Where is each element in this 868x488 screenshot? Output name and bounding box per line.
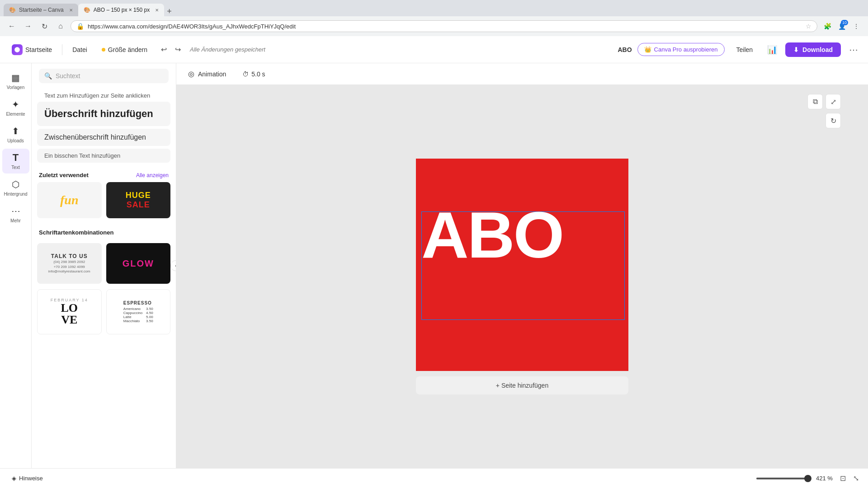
font-combo-row2: FEBRUARY 14 LO VE ESPRESSO Americano3.50… <box>32 284 176 334</box>
design-canvas[interactable]: ABO <box>416 159 628 371</box>
animation-label: Animation <box>198 70 226 78</box>
see-all-link[interactable]: Alle anzeigen <box>136 172 169 178</box>
download-icon: ⬇ <box>793 46 799 53</box>
tool-vorlagen[interactable]: ▦ Vorlagen <box>2 69 29 94</box>
body-text-label: Ein bisschen Text hinzufügen <box>44 152 120 159</box>
zoom-fit-button[interactable]: ⊡ <box>838 472 848 484</box>
canvas-viewport[interactable]: ⧉ ⤢ ↻ ABO <box>176 85 868 468</box>
tool-mehr-label: Mehr <box>10 218 21 223</box>
add-text-title: Text zum Hinzufügen zur Seite anklicken <box>37 89 170 102</box>
tool-text[interactable]: T Text <box>2 149 29 174</box>
font-combo-glow[interactable]: GLOW <box>106 243 171 284</box>
tool-elemente[interactable]: ✦ Elemente <box>2 95 29 120</box>
analytics-button[interactable]: 📊 <box>764 42 780 57</box>
fit-icon: ⊡ <box>840 474 846 482</box>
tool-text-label: Text <box>11 165 19 170</box>
add-subheading-button[interactable]: Zwischenüberschrift hinzufügen <box>37 129 170 146</box>
more-icon: ⋯ <box>849 45 858 55</box>
lock-icon: 🔒 <box>76 23 84 30</box>
undo-button[interactable]: ↩ <box>157 42 170 56</box>
refresh-icon: ↻ <box>830 117 836 125</box>
extensions-button[interactable]: 🧩 <box>821 20 834 33</box>
forward-icon: → <box>24 22 32 30</box>
templates-icon: ▦ <box>10 72 21 83</box>
more-options-button[interactable]: ⋯ <box>846 42 861 58</box>
tab-1[interactable]: 🎨 Startseite – Canva ✕ <box>4 4 78 16</box>
share-button[interactable]: Teilen <box>730 43 760 56</box>
share-label: Teilen <box>736 46 753 53</box>
font-previews: fun HUGE SALE <box>32 182 176 225</box>
home-icon: ⌂ <box>58 22 63 30</box>
espresso-preview: ESPRESSO Americano3.50 Cappuccino4.50 La… <box>122 299 155 325</box>
tool-hintergrund-label: Hintergrund <box>4 192 27 197</box>
resize-button[interactable]: Größe ändern <box>97 43 152 56</box>
add-heading-button[interactable]: Überschrift hinzufügen <box>37 102 170 126</box>
download-button[interactable]: ⬇ Download <box>785 42 841 57</box>
heading-label: Überschrift hinzufügen <box>44 108 153 119</box>
add-body-text-button[interactable]: Ein bisschen Text hinzufügen <box>37 149 170 163</box>
tab-2[interactable]: 🎨 ABO – 150 px × 150 px ✕ <box>78 4 164 16</box>
search-box[interactable]: 🔍 <box>39 69 169 83</box>
duration-label: 5.0 s <box>251 70 265 78</box>
recently-used-header: Zuletzt verwendet Alle anzeigen <box>32 168 176 182</box>
duration-button[interactable]: ⏱ 5.0 s <box>238 68 269 80</box>
clock-icon: ⏱ <box>242 70 249 78</box>
dots-icon: ⋮ <box>853 23 859 30</box>
reload-button[interactable]: ↻ <box>38 20 51 33</box>
tool-elemente-label: Elemente <box>6 112 25 117</box>
font-preview-huge-sale[interactable]: HUGE SALE <box>106 182 171 218</box>
fullscreen-icon: ⤡ <box>853 474 859 482</box>
redo-button[interactable]: ↪ <box>171 42 184 56</box>
elements-icon: ✦ <box>10 99 21 110</box>
saved-indicator: Alle Änderungen gespeichert <box>190 46 265 53</box>
menu-button[interactable]: ⋮ <box>850 20 863 33</box>
add-page-button[interactable]: + Seite hinzufügen <box>416 376 628 394</box>
tool-uploads[interactable]: ⬆ Uploads <box>2 122 29 147</box>
fun-text: fun <box>60 193 78 207</box>
zoom-percent: 421 % <box>814 475 835 482</box>
tab2-favicon: 🎨 <box>84 7 90 13</box>
refresh-canvas-button[interactable]: ↻ <box>826 113 841 128</box>
canva-pro-button[interactable]: 👑 Canva Pro ausprobieren <box>637 43 725 56</box>
undo-redo-group: ↩ ↪ <box>157 42 184 56</box>
hints-button[interactable]: ◈ Hinweise <box>7 472 47 484</box>
url-bar[interactable]: 🔒 https://www.canva.com/design/DAE4WOR3I… <box>71 20 817 32</box>
canvas-container: ABO + Seite hinzufügen <box>416 159 628 394</box>
file-label: Datei <box>72 46 87 53</box>
forward-button[interactable]: → <box>22 20 34 33</box>
canvas-toolbar: ◎ Animation ⏱ 5.0 s <box>176 63 868 85</box>
profile-button[interactable]: 👤 10 <box>835 20 848 33</box>
home-label: Startseite <box>25 46 52 53</box>
uploads-icon: ⬆ <box>10 126 21 136</box>
abo-text-element[interactable]: ABO <box>421 202 625 268</box>
header-divider <box>62 44 62 55</box>
zoom-slider[interactable] <box>756 478 811 479</box>
canva-header: Startseite Datei Größe ändern ↩ ↪ Alle Ä… <box>0 36 868 63</box>
resize-dot <box>102 48 105 52</box>
search-input[interactable] <box>56 72 163 80</box>
back-button[interactable]: ← <box>5 20 18 33</box>
home-button[interactable]: Startseite <box>7 42 57 58</box>
animation-button[interactable]: ◎ Animation <box>184 67 231 81</box>
home-button[interactable]: ⌂ <box>54 20 67 33</box>
canvas-top-actions: ⧉ ⤢ <box>807 94 841 109</box>
font-combo-love[interactable]: FEBRUARY 14 LO VE <box>37 289 102 334</box>
font-combo-espresso[interactable]: ESPRESSO Americano3.50 Cappuccino4.50 La… <box>106 289 171 334</box>
talk-to-us-text: TALK TO US (04) 298 3985 2092 +70 209 10… <box>48 253 90 274</box>
new-tab-button[interactable]: + <box>164 7 175 16</box>
font-combo-talk-to-us[interactable]: TALK TO US (04) 298 3985 2092 +70 209 10… <box>37 243 102 284</box>
background-icon: ⬡ <box>10 179 21 190</box>
font-preview-fun[interactable]: fun <box>37 182 102 218</box>
bottom-bar: ◈ Hinweise 421 % ⊡ ⤡ <box>0 468 868 488</box>
tool-hintergrund[interactable]: ⬡ Hintergrund <box>2 175 29 200</box>
tab1-close[interactable]: ✕ <box>69 8 73 13</box>
tab2-close[interactable]: ✕ <box>155 8 159 13</box>
tool-mehr[interactable]: ⋯ Mehr <box>2 202 29 227</box>
expand-canvas-button[interactable]: ⤢ <box>826 94 841 109</box>
zoom-thumb[interactable] <box>804 475 811 482</box>
notification-badge: 10 <box>841 20 848 25</box>
panel-header: 🔍 <box>32 63 176 89</box>
zoom-fullscreen-button[interactable]: ⤡ <box>851 472 861 484</box>
file-menu[interactable]: Datei <box>68 43 92 56</box>
duplicate-canvas-button[interactable]: ⧉ <box>807 94 823 109</box>
